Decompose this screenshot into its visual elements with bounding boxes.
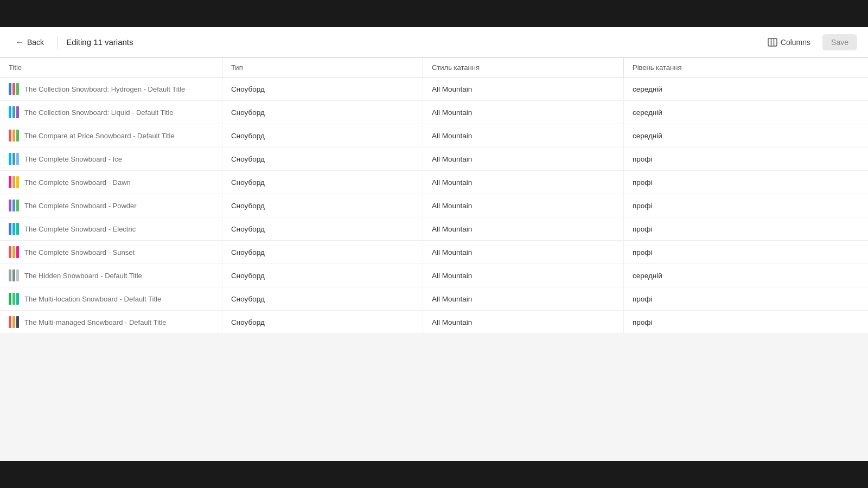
cell-style: All Mountain [423, 287, 624, 310]
cell-type: Сноуборд [222, 194, 423, 217]
table-row[interactable]: The Complete Snowboard - DawnСноубордAll… [0, 171, 868, 194]
cell-level: середній [624, 264, 868, 287]
table-body: The Collection Snowboard: Hydrogen - Def… [0, 78, 868, 334]
table-row[interactable]: The Complete Snowboard - IceСноубордAll … [0, 147, 868, 171]
cell-title: The Complete Snowboard - Sunset [0, 241, 222, 264]
product-icon [9, 246, 19, 258]
product-icon [9, 130, 19, 142]
product-icon [9, 176, 19, 188]
cell-type: Сноуборд [222, 287, 423, 310]
header-actions: Columns Save [762, 34, 857, 50]
cell-type: Сноуборд [222, 78, 423, 100]
title-text: The Multi-location Snowboard - Default T… [24, 295, 161, 303]
cell-title: The Complete Snowboard - Electric [0, 217, 222, 240]
title-text: The Complete Snowboard - Ice [24, 155, 122, 163]
cell-level: профі [624, 147, 868, 170]
cell-level: профі [624, 217, 868, 240]
empty-area [0, 334, 868, 470]
back-button[interactable]: ← Back [11, 35, 48, 49]
cell-type: Сноуборд [222, 264, 423, 287]
cell-title: The Multi-managed Snowboard - Default Ti… [0, 311, 222, 333]
bottom-bar [0, 461, 868, 470]
cell-level: профі [624, 287, 868, 310]
cell-title: The Hidden Snowboard - Default Title [0, 264, 222, 287]
cell-level: профі [624, 171, 868, 194]
cell-level: середній [624, 78, 868, 100]
cell-title: The Compare at Price Snowboard - Default… [0, 124, 222, 147]
cell-title: The Collection Snowboard: Liquid - Defau… [0, 101, 222, 124]
cell-type: Сноуборд [222, 241, 423, 264]
table-header: Title Тип Стиль катання Рівень катання [0, 57, 868, 78]
product-icon [9, 200, 19, 211]
title-text: The Hidden Snowboard - Default Title [24, 272, 142, 280]
title-text: The Multi-managed Snowboard - Default Ti… [24, 318, 167, 326]
table-row[interactable]: The Complete Snowboard - ElectricСноубор… [0, 217, 868, 241]
col-style: Стиль катання [423, 58, 624, 77]
back-label: Back [27, 38, 44, 47]
svg-rect-0 [768, 38, 777, 46]
header-divider [57, 36, 58, 49]
cell-title: The Complete Snowboard - Dawn [0, 171, 222, 194]
product-icon [9, 106, 19, 118]
table-row[interactable]: The Multi-location Snowboard - Default T… [0, 287, 868, 311]
cell-style: All Mountain [423, 264, 624, 287]
top-bar [0, 0, 868, 27]
columns-icon [768, 38, 777, 47]
cell-style: All Mountain [423, 241, 624, 264]
cell-style: All Mountain [423, 194, 624, 217]
cell-style: All Mountain [423, 78, 624, 100]
product-icon [9, 83, 19, 95]
cell-type: Сноуборд [222, 171, 423, 194]
cell-style: All Mountain [423, 124, 624, 147]
cell-style: All Mountain [423, 147, 624, 170]
col-title: Title [0, 58, 222, 77]
title-text: The Complete Snowboard - Electric [24, 225, 136, 233]
title-text: The Complete Snowboard - Powder [24, 202, 137, 210]
table-row[interactable]: The Hidden Snowboard - Default TitleСноу… [0, 264, 868, 287]
title-text: The Complete Snowboard - Dawn [24, 178, 131, 187]
product-icon [9, 153, 19, 165]
cell-style: All Mountain [423, 101, 624, 124]
cell-type: Сноуборд [222, 101, 423, 124]
cell-style: All Mountain [423, 311, 624, 333]
cell-title: The Complete Snowboard - Ice [0, 147, 222, 170]
table-row[interactable]: The Complete Snowboard - PowderСноубордA… [0, 194, 868, 217]
col-type: Тип [222, 58, 423, 77]
cell-style: All Mountain [423, 171, 624, 194]
product-icon [9, 269, 19, 281]
save-button[interactable]: Save [822, 34, 857, 50]
back-icon: ← [15, 37, 24, 47]
cell-title: The Multi-location Snowboard - Default T… [0, 287, 222, 310]
cell-title: The Collection Snowboard: Hydrogen - Def… [0, 78, 222, 100]
title-text: The Compare at Price Snowboard - Default… [24, 132, 175, 140]
cell-style: All Mountain [423, 217, 624, 240]
table-row[interactable]: The Collection Snowboard: Hydrogen - Def… [0, 78, 868, 101]
cell-level: профі [624, 241, 868, 264]
cell-title: The Complete Snowboard - Powder [0, 194, 222, 217]
product-icon [9, 223, 19, 235]
header: ← Back Editing 11 variants Columns Save [0, 27, 868, 57]
table-row[interactable]: The Complete Snowboard - SunsetСноубордA… [0, 241, 868, 264]
cell-type: Сноуборд [222, 124, 423, 147]
cell-type: Сноуборд [222, 217, 423, 240]
table: Title Тип Стиль катання Рівень катання T… [0, 57, 868, 334]
columns-label: Columns [781, 38, 810, 47]
col-level: Рівень катання [624, 58, 868, 77]
cell-level: профі [624, 194, 868, 217]
title-text: The Complete Snowboard - Sunset [24, 248, 135, 256]
product-icon [9, 316, 19, 328]
columns-button[interactable]: Columns [762, 35, 816, 50]
table-row[interactable]: The Collection Snowboard: Liquid - Defau… [0, 101, 868, 124]
cell-level: середній [624, 101, 868, 124]
product-icon [9, 293, 19, 305]
page-title: Editing 11 variants [66, 37, 754, 47]
table-row[interactable]: The Compare at Price Snowboard - Default… [0, 124, 868, 147]
cell-level: профі [624, 311, 868, 333]
title-text: The Collection Snowboard: Hydrogen - Def… [24, 85, 185, 93]
cell-level: середній [624, 124, 868, 147]
table-row[interactable]: The Multi-managed Snowboard - Default Ti… [0, 311, 868, 334]
title-text: The Collection Snowboard: Liquid - Defau… [24, 108, 174, 117]
cell-type: Сноуборд [222, 147, 423, 170]
cell-type: Сноуборд [222, 311, 423, 333]
